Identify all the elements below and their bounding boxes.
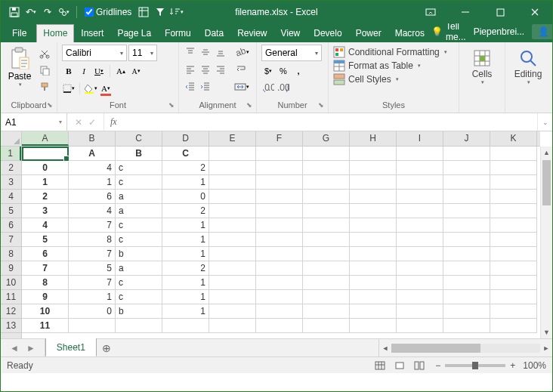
cell[interactable] [397,304,443,319]
tab-insert[interactable]: Insert [74,24,110,42]
cell[interactable] [209,247,256,261]
scroll-down-icon[interactable]: ▼ [541,326,552,338]
cell[interactable]: c [116,161,162,175]
tab-macros[interactable]: Macros [388,24,431,42]
align-left-icon[interactable] [184,62,197,77]
cells-button[interactable]: Cells▾ [464,45,500,85]
cell[interactable]: 1 [162,247,209,261]
row-header[interactable]: 7 [1,233,21,247]
sheet-tab[interactable]: Sheet1 [45,338,97,357]
cell[interactable]: 2 [162,161,209,175]
row-header[interactable]: 5 [1,204,21,218]
cell[interactable]: 11 [22,319,69,333]
username[interactable]: Piepenbrei... [474,26,524,37]
cell[interactable] [397,161,443,175]
cell[interactable] [116,319,162,333]
view-pagelayout-icon[interactable] [391,360,408,372]
row-header[interactable]: 6 [1,218,21,233]
cell[interactable]: a [116,261,162,276]
copy-icon[interactable] [37,63,52,78]
tell-me[interactable]: 💡Tell me... [431,21,466,42]
cell[interactable] [350,319,397,333]
cell[interactable] [443,204,490,218]
scroll-up-icon[interactable]: ▲ [541,147,552,159]
currency-icon[interactable]: $▾ [261,63,275,79]
zoom-out-icon[interactable]: − [435,360,440,371]
increase-indent-icon[interactable] [199,79,212,94]
cell[interactable] [443,161,490,175]
cell[interactable] [350,304,397,319]
cell[interactable] [303,204,350,218]
tab-file[interactable]: File [5,24,33,42]
column-header[interactable]: A [22,131,69,146]
decrease-indent-icon[interactable] [184,79,197,94]
cell[interactable] [490,319,537,333]
cell[interactable]: 0 [162,190,209,204]
column-header[interactable]: F [256,131,303,146]
cell[interactable] [256,190,303,204]
cell[interactable] [397,276,443,290]
cell[interactable] [303,319,350,333]
column-header[interactable]: K [490,131,537,146]
orientation-icon[interactable]: ab▾ [232,45,252,60]
cell[interactable]: 6 [22,247,69,261]
share-button[interactable]: 👤Share [532,24,553,39]
cell[interactable] [397,319,443,333]
row-header[interactable]: 3 [1,175,21,190]
italic-icon[interactable]: I [77,63,91,79]
wrap-text-icon[interactable] [232,62,252,77]
cell[interactable] [443,233,490,247]
merge-icon[interactable]: ▾ [232,79,252,94]
cell[interactable]: 5 [22,233,69,247]
cell-styles-button[interactable]: Cell Styles▾ [333,73,454,85]
cell[interactable]: 1 [162,233,209,247]
cell[interactable]: 10 [22,304,69,319]
cell[interactable]: 1 [162,276,209,290]
cell[interactable]: 2 [162,204,209,218]
cell[interactable]: A [69,147,116,161]
cell[interactable] [350,204,397,218]
cell[interactable] [256,218,303,233]
cell[interactable]: 3 [22,204,69,218]
cell[interactable] [443,290,490,304]
increase-font-icon[interactable]: A▴ [114,63,128,79]
add-sheet-icon[interactable]: ⊕ [97,339,116,357]
expand-formula-icon[interactable]: ⌄ [537,113,552,131]
cell[interactable] [443,261,490,276]
cell[interactable] [209,319,256,333]
cell[interactable] [303,175,350,190]
cell[interactable] [397,247,443,261]
cell[interactable] [303,147,350,161]
cell[interactable] [209,175,256,190]
filter-icon[interactable] [153,5,168,20]
cell[interactable] [303,261,350,276]
tab-pagelayout[interactable]: Page La [110,24,158,42]
bold-icon[interactable]: B [62,63,76,79]
row-header[interactable]: 12 [1,304,21,319]
cell[interactable] [256,276,303,290]
cell[interactable] [443,276,490,290]
cell[interactable] [443,218,490,233]
cell[interactable]: 8 [22,276,69,290]
freeze-icon[interactable] [136,5,151,20]
zoom-slider[interactable] [445,364,505,367]
cell[interactable] [256,290,303,304]
tab-data[interactable]: Data [198,24,230,42]
align-middle-icon[interactable] [199,45,212,60]
cell[interactable]: 1 [69,290,116,304]
cell[interactable]: 2 [162,261,209,276]
tab-formulas[interactable]: Formu [158,24,198,42]
cell[interactable] [350,190,397,204]
font-size-combo[interactable]: 11▾ [128,45,157,61]
cell[interactable] [490,261,537,276]
cell[interactable] [303,233,350,247]
decrease-decimal-icon[interactable]: .00.0 [276,81,290,96]
row-header[interactable]: 11 [1,290,21,304]
cell[interactable] [303,218,350,233]
zoom-in-icon[interactable]: + [510,360,515,371]
cell[interactable]: 9 [22,290,69,304]
format-painter-icon[interactable] [37,79,52,94]
cell[interactable] [443,190,490,204]
fill-color-icon[interactable]: ▾ [84,81,97,96]
cell[interactable]: 0 [22,161,69,175]
